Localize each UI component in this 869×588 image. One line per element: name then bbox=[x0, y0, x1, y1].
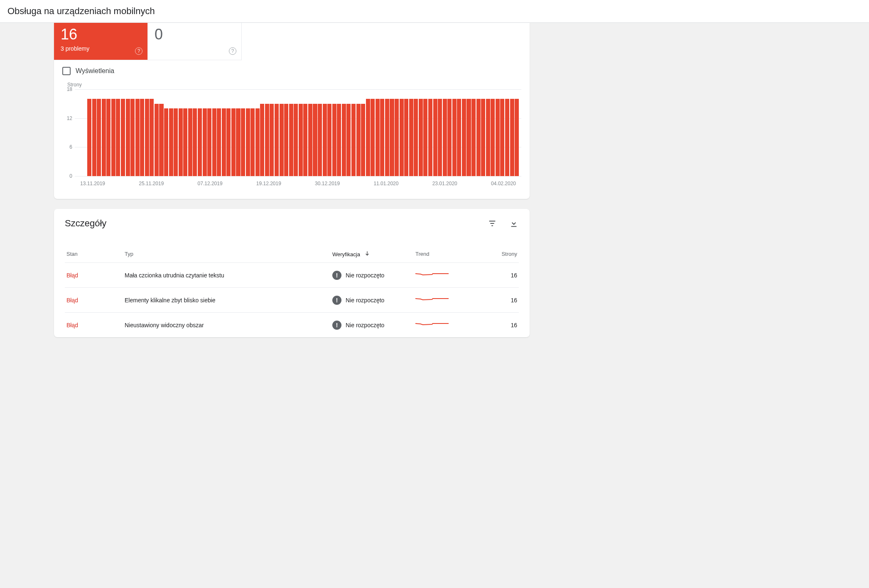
chart-bar bbox=[356, 104, 361, 176]
pages-cell: 16 bbox=[472, 288, 519, 313]
chart-bar bbox=[217, 108, 221, 176]
chart-bar bbox=[102, 99, 106, 176]
chart-bar bbox=[174, 108, 178, 176]
xtick-label: 19.12.2019 bbox=[256, 181, 281, 186]
ytick-label: 12 bbox=[62, 115, 72, 121]
chart-bar bbox=[97, 99, 101, 176]
chart-bar bbox=[155, 104, 159, 176]
chart-bar bbox=[466, 99, 471, 176]
chart-bar bbox=[183, 108, 187, 176]
impressions-label: Wyświetlenia bbox=[76, 67, 114, 75]
chart-bar bbox=[515, 99, 519, 176]
chart-bar bbox=[385, 99, 389, 176]
verification-label: Nie rozpoczęto bbox=[346, 322, 384, 328]
alert-icon: ! bbox=[332, 271, 341, 280]
chart-bar bbox=[390, 99, 394, 176]
tab-errors[interactable]: 16 3 problemy ? bbox=[54, 23, 148, 60]
chart-bar bbox=[255, 108, 260, 176]
col-verification[interactable]: Weryfikacja bbox=[331, 245, 414, 263]
chart-bar bbox=[323, 104, 327, 176]
download-icon[interactable] bbox=[509, 218, 519, 228]
trend-sparkline bbox=[415, 320, 449, 328]
details-title: Szczegóły bbox=[65, 218, 106, 229]
col-type[interactable]: Typ bbox=[123, 245, 331, 263]
col-status[interactable]: Stan bbox=[65, 245, 123, 263]
table-row[interactable]: Błąd Mała czcionka utrudnia czytanie tek… bbox=[65, 263, 519, 288]
chart-bar bbox=[371, 99, 375, 176]
chart-bar bbox=[275, 104, 279, 176]
table-row[interactable]: Błąd Elementy klikalne zbyt blisko siebi… bbox=[65, 288, 519, 313]
xtick-label: 23.01.2020 bbox=[432, 181, 457, 186]
impressions-toggle-row: Wyświetlenia bbox=[54, 60, 530, 77]
help-icon[interactable]: ? bbox=[229, 47, 236, 55]
chart-bars bbox=[75, 89, 521, 176]
chart-bar bbox=[318, 104, 322, 176]
chart-card: 16 3 problemy ? 0 ? Wyświetlenia Strony … bbox=[54, 23, 530, 199]
trend-cell bbox=[414, 313, 472, 338]
chart-bar bbox=[308, 104, 312, 176]
chart-bar bbox=[337, 104, 341, 176]
verification-label: Nie rozpoczęto bbox=[346, 272, 384, 279]
chart-bar bbox=[443, 99, 447, 176]
chart-bar bbox=[294, 104, 298, 176]
sort-desc-icon bbox=[364, 251, 370, 257]
filter-icon[interactable] bbox=[487, 218, 497, 228]
col-pages[interactable]: Strony bbox=[472, 245, 519, 263]
chart-bar bbox=[303, 104, 307, 176]
chart-bar bbox=[159, 104, 163, 176]
chart-bar bbox=[87, 99, 91, 176]
trend-cell bbox=[414, 263, 472, 288]
chart: Strony 061218 13.11.201925.11.201907.12.… bbox=[54, 77, 530, 199]
chart-bar bbox=[212, 108, 216, 176]
ytick-label: 18 bbox=[62, 86, 72, 92]
chart-bar bbox=[179, 108, 183, 176]
chart-bar bbox=[231, 108, 236, 176]
page-title: Obsługa na urządzeniach mobilnych bbox=[7, 6, 862, 17]
verification-label: Nie rozpoczęto bbox=[346, 297, 384, 304]
xtick-label: 30.12.2019 bbox=[315, 181, 340, 186]
table-row[interactable]: Błąd Nieustawiony widoczny obszar ! Nie … bbox=[65, 313, 519, 338]
chart-bar bbox=[121, 99, 125, 176]
status-cell: Błąd bbox=[65, 313, 123, 338]
chart-bar bbox=[246, 108, 250, 176]
page-header: Obsługa na urządzeniach mobilnych bbox=[0, 0, 869, 23]
impressions-checkbox[interactable] bbox=[62, 67, 71, 75]
chart-bar bbox=[260, 104, 264, 176]
col-trend[interactable]: Trend bbox=[414, 245, 472, 263]
chart-bar bbox=[496, 99, 500, 176]
chart-bar bbox=[505, 99, 509, 176]
chart-bar bbox=[351, 104, 356, 176]
chart-bar bbox=[438, 99, 442, 176]
chart-bar bbox=[106, 99, 110, 176]
tab-valid[interactable]: 0 ? bbox=[148, 23, 242, 60]
chart-bar bbox=[164, 108, 168, 176]
ytick-label: 6 bbox=[62, 144, 72, 150]
chart-bar bbox=[226, 108, 231, 176]
pages-cell: 16 bbox=[472, 263, 519, 288]
chart-bar bbox=[428, 99, 432, 176]
chart-bar bbox=[111, 99, 115, 176]
chart-bar bbox=[299, 104, 303, 176]
chart-bar bbox=[346, 104, 351, 176]
chart-bar bbox=[203, 108, 207, 176]
gridline bbox=[75, 176, 521, 176]
trend-sparkline bbox=[415, 295, 449, 304]
chart-bar bbox=[510, 99, 514, 176]
chart-bar bbox=[342, 104, 346, 176]
chart-bar bbox=[265, 104, 269, 176]
chart-bar bbox=[491, 99, 495, 176]
xtick-label: 04.02.2020 bbox=[491, 181, 516, 186]
chart-bar bbox=[284, 104, 288, 176]
metric-tabs: 16 3 problemy ? 0 ? bbox=[54, 23, 530, 60]
pages-cell: 16 bbox=[472, 313, 519, 338]
details-table: Stan Typ Weryfikacja Trend Strony Błąd M… bbox=[65, 245, 519, 337]
chart-bar bbox=[404, 99, 408, 176]
chart-bar bbox=[433, 99, 437, 176]
chart-bar bbox=[462, 99, 466, 176]
chart-bar bbox=[241, 108, 245, 176]
chart-bar bbox=[250, 108, 255, 176]
help-icon[interactable]: ? bbox=[135, 47, 142, 55]
status-cell: Błąd bbox=[65, 263, 123, 288]
chart-bar bbox=[145, 99, 149, 176]
chart-bar bbox=[400, 99, 404, 176]
